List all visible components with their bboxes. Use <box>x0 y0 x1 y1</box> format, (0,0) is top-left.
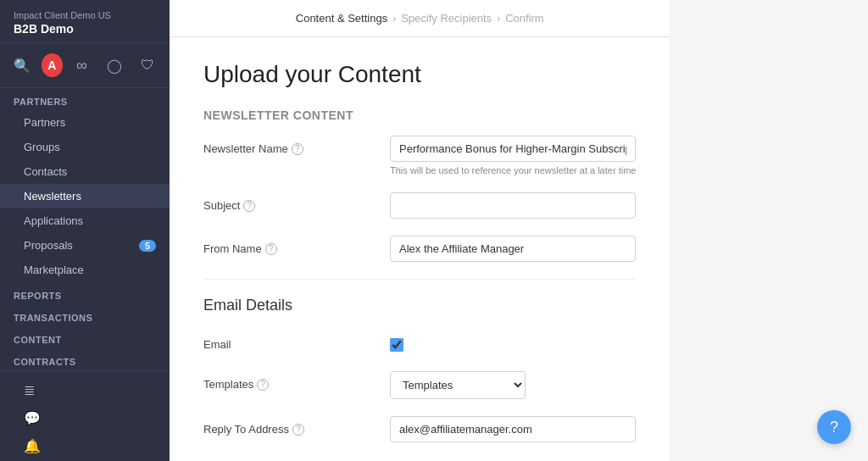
step3-label: Confirm <box>505 12 544 25</box>
app-name: Impact Client Demo US <box>14 10 156 20</box>
from-name-label: From Name ? <box>203 236 373 255</box>
section-divider <box>203 279 636 280</box>
help-fab-icon: ? <box>830 419 838 436</box>
proposals-badge: 5 <box>139 240 156 252</box>
reply-to-wrap <box>390 416 636 442</box>
topbar: Content & Settings › Specify Recipients … <box>170 0 670 37</box>
transactions-section: TRANSACTIONS <box>0 304 170 326</box>
step1-label: Content & Settings <box>296 12 387 25</box>
breadcrumb-step-1: Content & Settings <box>296 12 387 25</box>
from-name-help-icon[interactable]: ? <box>265 243 277 255</box>
templates-label: Templates ? <box>203 371 373 391</box>
contracts-section: CONTRACTS <box>0 348 170 370</box>
breadcrumb-step-2: Specify Recipients <box>401 12 492 25</box>
company-name: B2B Demo <box>14 22 156 36</box>
templates-select[interactable]: Templates <box>390 371 526 399</box>
newsletter-section-label: Newsletter Content <box>203 108 636 122</box>
sidebar-item-marketplace[interactable]: Marketplace <box>0 258 170 282</box>
from-name-row: From Name ? <box>203 236 636 262</box>
email-label: Email <box>203 331 373 351</box>
email-row: Email <box>203 331 636 354</box>
reports-section: REPORTS <box>0 282 170 304</box>
sidebar-item-partners[interactable]: Partners <box>0 110 170 135</box>
subject-label: Subject ? <box>203 192 373 212</box>
partners-section-title: PARTNERS <box>0 88 170 110</box>
subject-input[interactable] <box>390 192 636 219</box>
reply-to-input[interactable] <box>390 416 636 442</box>
infinity-icon[interactable]: ∞ <box>68 50 96 81</box>
newsletter-name-label: Newsletter Name ? <box>203 136 373 155</box>
reply-to-help-icon[interactable]: ? <box>292 424 304 436</box>
content-section: CONTENT <box>0 326 170 348</box>
arrow-2: › <box>497 13 500 25</box>
sidebar-item-bell[interactable]: 🔔 <box>0 432 170 460</box>
sidebar-item-chat[interactable]: 💬 <box>0 404 170 432</box>
reports-section-title[interactable]: REPORTS <box>0 282 170 304</box>
newsletter-name-hint: This will be used to reference your news… <box>390 165 636 175</box>
arrow-1: › <box>392 13 396 25</box>
email-checkbox[interactable] <box>390 338 403 352</box>
transactions-section-title[interactable]: TRANSACTIONS <box>0 304 170 326</box>
reply-to-row: Reply To Address ? <box>203 416 636 442</box>
sidebar: Impact Client Demo US B2B Demo 🔍 A ∞ ◯ 🛡… <box>0 0 170 461</box>
newsletter-name-row: Newsletter Name ? This will be used to r… <box>203 136 636 175</box>
newsletter-name-help-icon[interactable]: ? <box>292 143 303 155</box>
shield-icon[interactable]: 🛡 <box>133 50 161 81</box>
contracts-section-title[interactable]: CONTRACTS <box>0 348 170 370</box>
content-section-title[interactable]: CONTENT <box>0 326 170 348</box>
sidebar-item-newsletters[interactable]: Newsletters <box>0 184 170 208</box>
sidebar-item-applications[interactable]: Applications <box>0 208 170 233</box>
brand-avatar: A <box>42 53 63 77</box>
content-area: Upload your Content Newsletter Content N… <box>170 37 670 461</box>
mask-icon[interactable]: ◯ <box>101 50 129 81</box>
sidebar-item-proposals[interactable]: Proposals 5 <box>0 233 170 258</box>
from-name-input[interactable] <box>390 236 636 262</box>
partners-section: PARTNERS Partners Groups Contacts Newsle… <box>0 88 170 282</box>
newsletter-name-wrap: This will be used to reference your news… <box>390 136 636 175</box>
sidebar-item-groups[interactable]: Groups <box>0 135 170 159</box>
step2-label: Specify Recipients <box>401 12 492 25</box>
search-icon[interactable]: 🔍 <box>8 50 36 81</box>
email-wrap <box>390 331 636 354</box>
reply-to-label: Reply To Address ? <box>203 416 373 436</box>
newsletter-name-input[interactable] <box>390 136 636 162</box>
templates-row: Templates ? Templates <box>203 371 636 399</box>
breadcrumb-step-3: Confirm <box>505 12 544 25</box>
from-name-wrap <box>390 236 636 262</box>
page-title: Upload your Content <box>203 61 636 88</box>
subject-row: Subject ? <box>203 192 636 219</box>
sidebar-item-contacts[interactable]: Contacts <box>0 159 170 184</box>
subject-wrap <box>390 192 636 219</box>
main-area: Content & Settings › Specify Recipients … <box>170 0 670 461</box>
email-section-label: Email Details <box>203 297 636 314</box>
templates-help-icon[interactable]: ? <box>257 379 269 391</box>
help-fab-button[interactable]: ? <box>817 410 851 444</box>
sidebar-item-filter[interactable]: ≣ <box>0 376 170 404</box>
templates-wrap: Templates <box>390 371 636 399</box>
sidebar-header: Impact Client Demo US B2B Demo <box>0 0 170 43</box>
subject-help-icon[interactable]: ? <box>243 200 255 212</box>
